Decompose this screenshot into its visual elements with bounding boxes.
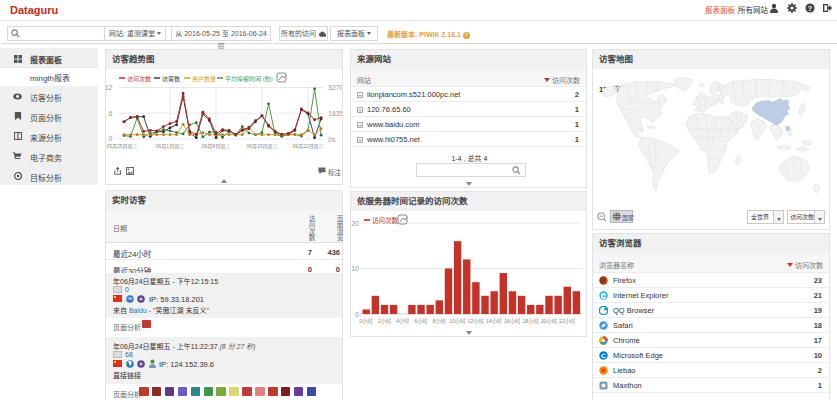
svg-text:用户数量: 用户数量 — [192, 74, 216, 82]
svg-text:20: 20 — [351, 220, 359, 227]
svg-text:12: 12 — [106, 83, 113, 90]
svg-text:4小时: 4小时 — [396, 317, 409, 325]
svg-text:05月25日周三: 05月25日周三 — [107, 142, 138, 149]
svg-text:0s: 0s — [328, 135, 336, 142]
svg-text:12小时: 12小时 — [468, 317, 484, 325]
svg-text:1635s: 1635s — [328, 109, 342, 116]
svg-text:8小时: 8小时 — [432, 317, 445, 325]
svg-text:3270s: 3270s — [328, 84, 342, 91]
svg-text:访客数: 访客数 — [162, 74, 180, 82]
svg-text:?: ? — [808, 5, 812, 12]
svg-text:6小时: 6小时 — [414, 317, 427, 325]
svg-text:10小时: 10小时 — [449, 317, 465, 325]
svg-text:14小时: 14小时 — [486, 317, 502, 325]
svg-text:0: 0 — [355, 311, 359, 318]
svg-text:06月22日周三: 06月22日周三 — [292, 142, 323, 149]
svg-text:访问次数: 访问次数 — [372, 216, 399, 225]
svg-text:18小时: 18小时 — [522, 317, 538, 325]
svg-text:16小时: 16小时 — [504, 317, 520, 325]
svg-text:0: 0 — [109, 135, 113, 142]
svg-text:0小时: 0小时 — [359, 317, 372, 325]
svg-text:22小时: 22小时 — [559, 317, 575, 325]
svg-text:06月15日周三: 06月15日周三 — [246, 142, 277, 149]
svg-text:20小时: 20小时 — [541, 317, 557, 325]
svg-text:10: 10 — [351, 265, 359, 272]
svg-text:06月8日周三: 06月8日周三 — [202, 142, 230, 149]
svg-text:6: 6 — [109, 109, 113, 116]
svg-text:平均停留时间 (秒): 平均停留时间 (秒) — [225, 74, 273, 82]
svg-text:访问次数: 访问次数 — [127, 74, 151, 82]
svg-text:2小时: 2小时 — [378, 317, 391, 325]
svg-text:06月1日周三: 06月1日周三 — [156, 142, 184, 149]
